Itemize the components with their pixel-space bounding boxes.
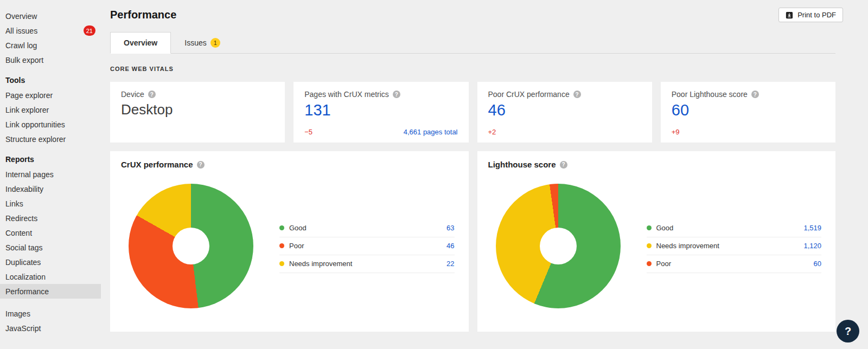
pages-total-link[interactable]: 4,661 pages total xyxy=(404,128,458,136)
sidebar-item-duplicates[interactable]: Duplicates xyxy=(0,255,101,269)
legend-item-needs-improvement[interactable]: Needs improvement22 xyxy=(279,255,455,273)
sidebar-item-label: Indexability xyxy=(5,185,43,193)
print-to-pdf-label: Print to PDF xyxy=(797,11,836,19)
sidebar-item-label: Localization xyxy=(5,273,46,281)
help-icon: ? xyxy=(148,91,156,98)
sidebar-item-label: Link explorer xyxy=(5,106,49,114)
chart-body: Good63Poor46Needs improvement22 xyxy=(121,169,458,323)
sidebar-item-label: Page explorer xyxy=(5,91,53,100)
sidebar-item-link-opportunities[interactable]: Link opportunities xyxy=(0,117,101,132)
app: OverviewAll issues21Crawl logBulk export… xyxy=(0,0,868,349)
main-content: Performance Print to PDF OverviewIssues1… xyxy=(101,0,868,349)
stat-card-footer: −54,661 pages total xyxy=(304,128,457,136)
sidebar-item-label: Internal pages xyxy=(5,170,54,179)
legend-item-good[interactable]: Good1,519 xyxy=(647,219,822,237)
sidebar-item-content[interactable]: Content xyxy=(0,225,101,240)
stat-card-poor-lighthouse-score: Poor Lighthouse score?60+9 xyxy=(661,82,835,143)
legend-item-needs-improvement[interactable]: Needs improvement1,120 xyxy=(647,237,822,255)
sidebar-item-social-tags[interactable]: Social tags xyxy=(0,240,101,255)
chart-title-text: CrUX performance xyxy=(121,160,193,169)
issues-count-badge: 21 xyxy=(84,25,95,36)
sidebar-item-localization[interactable]: Localization xyxy=(0,269,101,284)
print-to-pdf-button[interactable]: Print to PDF xyxy=(778,8,843,22)
sidebar: OverviewAll issues21Crawl logBulk export… xyxy=(0,0,101,349)
stat-card-value: 46 xyxy=(488,101,641,119)
help-icon: ? xyxy=(560,161,567,169)
legend-value[interactable]: 1,120 xyxy=(803,242,821,250)
sidebar-item-images[interactable]: Images xyxy=(0,306,101,321)
chart-card-crux-performance: CrUX performance?Good63Poor46Needs impro… xyxy=(110,151,469,332)
stat-cards-row: Device?DesktopPages with CrUX metrics?13… xyxy=(110,82,835,143)
tab-label: Issues xyxy=(184,38,206,47)
tab-issues[interactable]: Issues1 xyxy=(171,32,233,54)
sidebar-section-reports: Reports xyxy=(0,146,101,167)
legend-value[interactable]: 60 xyxy=(814,260,821,268)
sidebar-item-label: Overview xyxy=(5,12,37,21)
legend-dot xyxy=(279,243,284,248)
sidebar-item-crawl-log[interactable]: Crawl log xyxy=(0,38,101,53)
legend-label: Good xyxy=(656,224,674,232)
stat-card-value: 60 xyxy=(672,101,825,119)
chart-title-text: Lighthouse score xyxy=(488,160,556,169)
sidebar-group: OverviewAll issues21Crawl logBulk export xyxy=(0,9,101,67)
legend-value[interactable]: 1,519 xyxy=(803,224,821,232)
sidebar-item-link-explorer[interactable]: Link explorer xyxy=(0,102,101,117)
stat-card-label: Poor Lighthouse score? xyxy=(672,90,825,99)
sidebar-item-structure-explorer[interactable]: Structure explorer xyxy=(0,132,101,146)
sidebar-item-all-issues[interactable]: All issues21 xyxy=(0,23,101,38)
sidebar-item-label: Content xyxy=(5,229,32,237)
stat-card-label: Device? xyxy=(121,90,274,99)
sidebar-item-label: Performance xyxy=(5,287,49,296)
sidebar-item-label: Link opportunities xyxy=(5,120,65,129)
sidebar-item-label: Duplicates xyxy=(5,258,41,267)
sidebar-item-bulk-export[interactable]: Bulk export xyxy=(0,53,101,67)
sidebar-item-links[interactable]: Links xyxy=(0,196,101,211)
stat-card-device: Device?Desktop xyxy=(110,82,285,143)
tab-bar: OverviewIssues1 xyxy=(110,32,835,54)
stat-change-value: −5 xyxy=(304,128,312,136)
legend-value[interactable]: 46 xyxy=(446,242,454,250)
page-title: Performance xyxy=(110,9,176,21)
sidebar-item-performance[interactable]: Performance xyxy=(0,284,101,299)
legend-item-good[interactable]: Good63 xyxy=(279,219,455,237)
stat-card-label-text: Poor Lighthouse score xyxy=(672,90,748,99)
tab-label: Overview xyxy=(124,38,157,47)
sidebar-item-page-explorer[interactable]: Page explorer xyxy=(0,88,101,102)
tab-issues-badge: 1 xyxy=(210,38,220,48)
sidebar-item-label: Links xyxy=(5,199,23,208)
stat-card-footer: +2 xyxy=(488,128,641,136)
legend-value[interactable]: 22 xyxy=(446,260,454,268)
sidebar-group: ToolsPage explorerLink explorerLink oppo… xyxy=(0,67,101,146)
legend-value[interactable]: 63 xyxy=(446,224,454,232)
sidebar-item-label: Structure explorer xyxy=(5,135,66,144)
tab-overview[interactable]: Overview xyxy=(110,32,171,54)
sidebar-item-javascript[interactable]: JavaScript xyxy=(0,321,101,335)
sidebar-group: ImagesJavaScript xyxy=(0,306,101,335)
stat-card-label: Poor CrUX performance? xyxy=(488,90,641,99)
sidebar-item-label: JavaScript xyxy=(5,324,41,333)
stat-card-pages-with-crux-metrics: Pages with CrUX metrics?131−54,661 pages… xyxy=(293,82,468,143)
legend-dot xyxy=(647,225,652,230)
legend-dot xyxy=(647,261,652,266)
help-button[interactable]: ? xyxy=(837,320,859,342)
chart-legend: Good1,519Needs improvement1,120Poor60 xyxy=(647,219,822,273)
sidebar-group: ReportsInternal pagesIndexabilityLinksRe… xyxy=(0,146,101,299)
stat-card-value: 131 xyxy=(304,101,457,119)
stat-card-value: Desktop xyxy=(121,101,274,118)
sidebar-item-redirects[interactable]: Redirects xyxy=(0,211,101,225)
lighthouse-score-donut xyxy=(496,184,621,308)
stat-card-poor-crux-performance: Poor CrUX performance?46+2 xyxy=(477,82,652,143)
help-icon: ? xyxy=(393,91,400,98)
chart-card-lighthouse-score: Lighthouse score?Good1,519Needs improvem… xyxy=(477,151,836,332)
sidebar-item-indexability[interactable]: Indexability xyxy=(0,182,101,196)
legend-dot xyxy=(279,261,284,266)
legend-item-poor[interactable]: Poor46 xyxy=(279,237,455,255)
stat-card-footer: +9 xyxy=(672,128,825,136)
sidebar-item-overview[interactable]: Overview xyxy=(0,9,101,23)
sidebar-item-label: Crawl log xyxy=(5,41,37,50)
sidebar-item-internal-pages[interactable]: Internal pages xyxy=(0,167,101,182)
sidebar-item-label: Images xyxy=(5,309,30,318)
section-label: CORE WEB VITALS xyxy=(110,66,835,72)
legend-item-poor[interactable]: Poor60 xyxy=(647,255,822,273)
chart-legend: Good63Poor46Needs improvement22 xyxy=(279,219,455,273)
